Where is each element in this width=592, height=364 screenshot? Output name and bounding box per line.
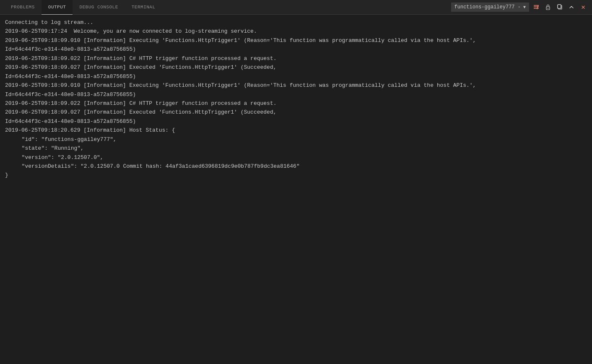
dropdown-value: functions-ggailey777 -	[454, 4, 521, 10]
log-line: }	[5, 171, 587, 179]
svg-point-5	[548, 8, 548, 9]
log-line: 2019-06-25T09:18:09.010 [Information] Ex…	[5, 36, 587, 45]
lock-icon[interactable]	[543, 3, 553, 12]
log-line: 2019-06-25T09:18:09.010 [Information] Ex…	[5, 81, 587, 90]
dropdown-arrow-icon: ▼	[523, 5, 526, 10]
log-line: Id=64c44f3c-e314-48e0-8813-a572a8756855)	[5, 45, 587, 54]
tab-output[interactable]: OUTPUT	[42, 0, 73, 15]
tab-bar-right: functions-ggailey777 - ▼	[451, 3, 588, 12]
log-line: 2019-06-25T09:18:09.027 [Information] Ex…	[5, 108, 587, 117]
log-line: Connecting to log stream...	[5, 18, 587, 27]
log-line: "versionDetails": "2.0.12507.0 Commit ha…	[5, 162, 587, 171]
svg-rect-7	[558, 5, 561, 8]
panel-container: PROBLEMSOUTPUTDEBUG CONSOLETERMINAL func…	[0, 0, 592, 364]
tab-debug-console[interactable]: DEBUG CONSOLE	[73, 0, 125, 15]
tab-bar-left: PROBLEMSOUTPUTDEBUG CONSOLETERMINAL	[4, 0, 451, 15]
log-line: Id=64c44f3c-e314-48e0-8813-a572a8756855)	[5, 72, 587, 81]
tab-terminal[interactable]: TERMINAL	[125, 0, 162, 15]
copy-icon[interactable]	[555, 3, 564, 12]
tab-bar: PROBLEMSOUTPUTDEBUG CONSOLETERMINAL func…	[0, 0, 592, 15]
tab-problems[interactable]: PROBLEMS	[4, 0, 42, 15]
output-source-dropdown[interactable]: functions-ggailey777 - ▼	[451, 3, 529, 12]
clear-output-icon[interactable]	[532, 3, 541, 12]
log-line: 2019-06-25T09:17:24 Welcome, you are now…	[5, 27, 587, 36]
log-line: 2019-06-25T09:18:09.022 [Information] C#…	[5, 99, 587, 108]
log-line: 2019-06-25T09:18:09.027 [Information] Ex…	[5, 63, 587, 72]
log-line: 2019-06-25T09:18:20.629 [Information] Ho…	[5, 126, 587, 135]
log-line: 2019-06-25T09:18:09.022 [Information] C#…	[5, 54, 587, 63]
close-panel-icon[interactable]: ✕	[579, 3, 588, 12]
log-line: Id=64c44f3c-e314-48e0-8813-a572a8756855)	[5, 117, 587, 126]
output-content[interactable]: Connecting to log stream...2019-06-25T09…	[0, 15, 592, 364]
log-line: "id": "functions-ggailey777",	[5, 135, 587, 144]
svg-rect-2	[534, 8, 539, 9]
scroll-up-icon[interactable]	[567, 3, 576, 12]
log-line: "state": "Running",	[5, 144, 587, 153]
log-line: "version": "2.0.12507.0",	[5, 153, 587, 162]
log-line: Id=64c44f3c-e314-48e0-8813-a572a8756855)	[5, 90, 587, 99]
